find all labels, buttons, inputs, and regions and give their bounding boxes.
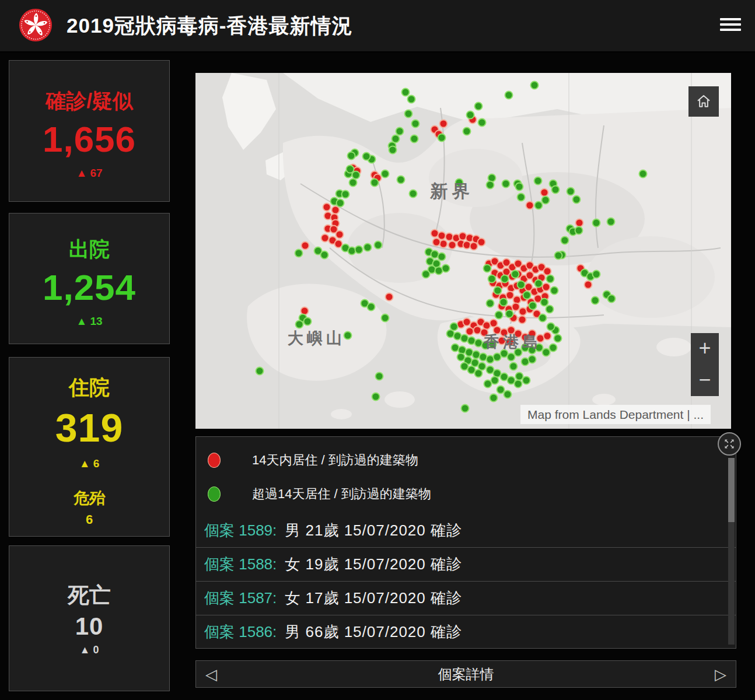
case-marker-green[interactable] — [461, 404, 470, 413]
case-marker-red[interactable] — [584, 281, 593, 289]
case-marker-green[interactable] — [389, 146, 397, 155]
case-marker-green[interactable] — [363, 243, 372, 252]
scrollbar-thumb[interactable] — [728, 458, 735, 522]
case-marker-green[interactable] — [546, 305, 554, 314]
case-marker-green[interactable] — [411, 120, 420, 128]
case-marker-green[interactable] — [367, 303, 376, 312]
case-marker-green[interactable] — [442, 264, 450, 273]
case-marker-green[interactable] — [463, 127, 471, 136]
case-marker-green[interactable] — [547, 323, 555, 331]
case-row[interactable]: 個案 1587:女 17歲 15/07/2020 確診 — [196, 581, 736, 615]
case-marker-red[interactable] — [543, 332, 552, 341]
case-marker-green[interactable] — [347, 152, 356, 160]
menu-icon[interactable] — [720, 15, 741, 35]
case-marker-green[interactable] — [320, 251, 329, 260]
case-marker-green[interactable] — [639, 170, 648, 178]
case-marker-green[interactable] — [370, 178, 379, 187]
case-marker-green[interactable] — [607, 295, 616, 303]
case-marker-green[interactable] — [494, 286, 502, 295]
case-marker-green[interactable] — [502, 180, 511, 188]
case-marker-green[interactable] — [303, 317, 312, 326]
case-marker-green[interactable] — [529, 302, 537, 310]
scrollbar-track[interactable] — [728, 458, 735, 645]
case-marker-green[interactable] — [591, 296, 600, 305]
case-marker-green[interactable] — [381, 314, 390, 323]
case-marker-green[interactable] — [355, 246, 363, 254]
case-marker-green[interactable] — [495, 311, 504, 320]
case-marker-green[interactable] — [575, 226, 583, 235]
case-marker-red[interactable] — [526, 201, 534, 210]
map-canvas[interactable]: 新界 大嶼山 香港島 + − Map from Lands Department… — [195, 73, 731, 429]
case-marker-green[interactable] — [505, 310, 514, 318]
case-marker-green[interactable] — [517, 193, 526, 202]
case-marker-green[interactable] — [523, 291, 532, 300]
map-attribution[interactable]: Map from Lands Department | ... — [520, 405, 711, 424]
case-marker-green[interactable] — [362, 152, 371, 161]
case-marker-red[interactable] — [301, 242, 310, 250]
case-marker-red[interactable] — [518, 316, 527, 324]
case-marker-green[interactable] — [607, 218, 616, 226]
case-marker-green[interactable] — [486, 181, 495, 190]
case-marker-green[interactable] — [488, 275, 497, 284]
case-marker-red[interactable] — [477, 238, 486, 247]
case-marker-green[interactable] — [336, 199, 345, 208]
zoom-in-button[interactable]: + — [691, 333, 719, 365]
case-marker-green[interactable] — [592, 270, 601, 279]
case-marker-green[interactable] — [561, 236, 569, 245]
prev-arrow-icon[interactable]: ◁ — [205, 665, 217, 683]
case-marker-green[interactable] — [374, 241, 383, 250]
case-marker-green[interactable] — [501, 275, 509, 284]
case-marker-green[interactable] — [478, 118, 487, 127]
case-marker-red[interactable] — [323, 203, 331, 212]
case-marker-green[interactable] — [549, 344, 558, 352]
case-marker-green[interactable] — [409, 190, 418, 198]
case-marker-green[interactable] — [352, 171, 361, 180]
next-arrow-icon[interactable]: ▷ — [715, 665, 726, 683]
case-marker-green[interactable] — [474, 102, 483, 111]
expand-panel-button[interactable] — [718, 432, 741, 456]
case-marker-green[interactable] — [554, 334, 562, 343]
case-marker-green[interactable] — [534, 279, 543, 288]
case-marker-green[interactable] — [534, 201, 543, 210]
case-row[interactable]: 個案 1589:男 21歲 15/07/2020 確診 — [196, 514, 736, 547]
case-marker-green[interactable] — [490, 394, 498, 402]
case-marker-green[interactable] — [517, 281, 526, 289]
case-marker-green[interactable] — [460, 362, 469, 371]
case-marker-red[interactable] — [542, 283, 551, 292]
case-marker-green[interactable] — [572, 195, 581, 204]
case-marker-green[interactable] — [509, 362, 518, 371]
case-marker-green[interactable] — [554, 251, 563, 260]
case-marker-green[interactable] — [407, 95, 416, 104]
case-marker-green[interactable] — [404, 110, 413, 118]
case-marker-green[interactable] — [381, 170, 390, 178]
case-marker-green[interactable] — [514, 380, 523, 388]
case-marker-green[interactable] — [515, 183, 524, 191]
home-extent-button[interactable] — [688, 86, 719, 117]
case-marker-green[interactable] — [528, 355, 537, 364]
zoom-out-button[interactable]: − — [691, 365, 719, 396]
case-row[interactable]: 個案 1588:女 19歲 15/07/2020 確診 — [196, 547, 736, 581]
case-marker-green[interactable] — [466, 111, 475, 120]
case-marker-red[interactable] — [448, 241, 457, 250]
case-marker-green[interactable] — [551, 186, 560, 194]
case-marker-green[interactable] — [410, 135, 419, 144]
case-marker-green[interactable] — [592, 219, 601, 228]
case-marker-green[interactable] — [341, 190, 350, 199]
case-marker-red[interactable] — [432, 238, 441, 247]
case-marker-green[interactable] — [534, 177, 543, 186]
case-marker-green[interactable] — [483, 264, 492, 273]
case-marker-green[interactable] — [438, 134, 446, 142]
case-marker-green[interactable] — [349, 178, 358, 187]
case-marker-red[interactable] — [439, 120, 448, 128]
case-marker-green[interactable] — [295, 249, 303, 258]
case-marker-green[interactable] — [375, 372, 384, 381]
case-marker-green[interactable] — [372, 393, 380, 401]
case-marker-green[interactable] — [546, 275, 555, 284]
case-marker-green[interactable] — [486, 299, 495, 308]
case-marker-red[interactable] — [385, 293, 394, 302]
case-marker-green[interactable] — [522, 376, 531, 385]
case-marker-green[interactable] — [504, 390, 512, 399]
case-marker-green[interactable] — [505, 91, 513, 100]
case-marker-green[interactable] — [530, 81, 539, 90]
case-marker-green[interactable] — [539, 314, 547, 323]
